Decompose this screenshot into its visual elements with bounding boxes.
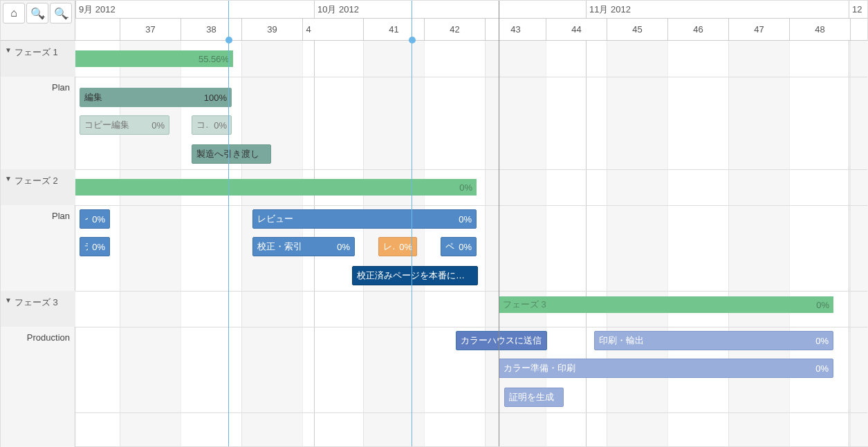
week-cell: 46 <box>667 19 728 41</box>
week-cell: 37 <box>120 19 181 41</box>
bar-label: 校正済みページを本番に送信 <box>357 269 473 282</box>
zoom-in-icon: 🔍+ <box>30 7 44 20</box>
task-bar-colorhouse[interactable]: カラーハウスに送信 <box>456 331 547 350</box>
row-label-text: フェーズ 3 <box>15 296 58 309</box>
caret-icon: ▼ <box>5 46 12 54</box>
bar-pct: 0% <box>455 182 472 193</box>
bar-pct: 0% <box>210 120 227 131</box>
summary-bar-phase2[interactable]: 0% <box>75 179 477 196</box>
task-bar-page[interactable]: ペー0% <box>441 237 477 256</box>
bar-pct: 55.56% <box>194 54 229 64</box>
week-cell: 38 <box>181 19 241 41</box>
bar-label: 編集 <box>84 91 102 104</box>
month-cell: 9月 2012 <box>75 1 314 19</box>
bar-label: コピー編集 <box>84 119 129 131</box>
chart-area[interactable]: 55.56% 編集 100% コピー編集0% コピ0% 製造へ引き渡し 0% イ… <box>75 41 867 446</box>
bar-pct: 0% <box>333 242 350 252</box>
task-bar-colorprep[interactable]: カラー準備・印刷0% <box>499 359 833 378</box>
task-bar-copy2[interactable]: コピ0% <box>192 115 232 135</box>
week-cell: 48 <box>789 19 850 41</box>
bar-label: レビ <box>383 240 395 253</box>
task-bar-de[interactable]: デ0% <box>80 237 110 256</box>
row-phase-1[interactable]: ▼フェーズ 1 <box>1 41 75 77</box>
bar-label: レビュー <box>257 213 293 225</box>
bar-pct: 0% <box>395 242 412 252</box>
row-phase-2[interactable]: ▼フェーズ 2 <box>1 169 75 205</box>
task-bar-review[interactable]: レビュー0% <box>252 209 477 229</box>
bar-pct: 0% <box>147 120 165 131</box>
bar-pct: 100% <box>200 93 227 103</box>
cursor-handle-icon[interactable] <box>409 37 416 44</box>
month-cell: 11月 2012 <box>586 1 849 19</box>
zoom-in-button[interactable]: 🔍+ <box>26 3 48 23</box>
bar-pct: 0% <box>812 300 829 310</box>
row-phase-3[interactable]: ▼フェーズ 3 <box>1 291 75 327</box>
home-icon: ⌂ <box>10 7 17 19</box>
bar-label: コピ <box>196 119 210 131</box>
week-cell: 44 <box>546 19 607 41</box>
summary-bar-phase3[interactable]: フェーズ 30% <box>499 296 833 313</box>
task-bar-print[interactable]: 印刷・輸出0% <box>594 331 833 350</box>
time-cursor[interactable] <box>412 1 412 446</box>
cursor-handle-icon[interactable] <box>225 37 232 44</box>
row-production: Production <box>1 327 75 412</box>
bar-pct: 0% <box>454 214 472 225</box>
bar-label: 印刷・輸出 <box>599 334 644 347</box>
task-bar-copyedit[interactable]: コピー編集0% <box>80 115 169 135</box>
bar-label: カラー準備・印刷 <box>504 362 575 374</box>
week-cell <box>850 19 868 41</box>
home-button[interactable]: ⌂ <box>3 3 25 23</box>
row-label-text: フェーズ 2 <box>15 175 58 187</box>
week-cell: 47 <box>728 19 789 41</box>
bar-pct: 0% <box>811 363 829 374</box>
task-bar-edit[interactable]: 編集 100% <box>80 88 232 107</box>
bar-label: カラーハウスに送信 <box>461 334 542 347</box>
sidebar: ▼フェーズ 1 Plan ▼フェーズ 2 Plan ▼フェーズ 3 Produc… <box>1 1 75 447</box>
week-cell: 4 <box>302 19 314 41</box>
month-cell: 12 <box>849 1 868 19</box>
bar-label: ペー <box>445 240 454 253</box>
bar-pct: 0% <box>454 242 472 252</box>
toolbar: ⌂ 🔍+ 🔍− <box>3 3 72 23</box>
week-cell: 45 <box>607 19 667 41</box>
task-bar-handoff[interactable]: 製造へ引き渡し <box>192 144 271 164</box>
zoom-out-icon: 🔍− <box>54 7 68 20</box>
time-cursor[interactable] <box>228 1 229 446</box>
week-row: 37 38 39 4 41 42 43 44 45 46 47 48 <box>75 19 867 41</box>
bar-pct: 0% <box>811 336 829 346</box>
row-label-text: Plan <box>52 82 70 93</box>
time-cursor-today <box>499 1 499 446</box>
week-cell: 43 <box>485 19 546 41</box>
caret-icon: ▼ <box>5 296 12 304</box>
bar-label: フェーズ 3 <box>503 298 546 311</box>
month-cell: 10月 2012 <box>314 1 586 19</box>
task-bar-in[interactable]: イ0% <box>80 209 110 229</box>
timeline-header: 9月 2012 10月 2012 11月 2012 12 37 38 39 4 … <box>75 1 867 41</box>
week-cell: 42 <box>424 19 485 41</box>
summary-bar-phase1[interactable]: 55.56% <box>75 50 233 67</box>
month-row: 9月 2012 10月 2012 11月 2012 12 <box>75 1 867 19</box>
week-cell: 39 <box>241 19 302 41</box>
row-label-text: Production <box>27 332 70 343</box>
zoom-out-button[interactable]: 🔍− <box>50 3 72 23</box>
task-bar-send[interactable]: 校正済みページを本番に送信 <box>352 266 478 285</box>
bar-pct: 0% <box>88 242 105 252</box>
bar-label: 校正・索引 <box>257 240 302 253</box>
row-plan-1: Plan <box>1 77 75 169</box>
gantt-container: ⌂ 🔍+ 🔍− ▼フェーズ 1 Plan ▼フェーズ 2 Plan ▼フェーズ … <box>0 0 868 447</box>
row-label-text: フェーズ 1 <box>15 46 58 59</box>
task-bar-genproof[interactable]: 証明を生成 <box>504 388 564 407</box>
task-bar-proof[interactable]: 校正・索引0% <box>252 237 355 256</box>
bar-label: 証明を生成 <box>509 391 554 403</box>
caret-icon: ▼ <box>5 175 12 182</box>
bar-pct: 0% <box>88 214 105 225</box>
row-plan-2: Plan <box>1 205 75 291</box>
row-label-text: Plan <box>52 211 70 221</box>
